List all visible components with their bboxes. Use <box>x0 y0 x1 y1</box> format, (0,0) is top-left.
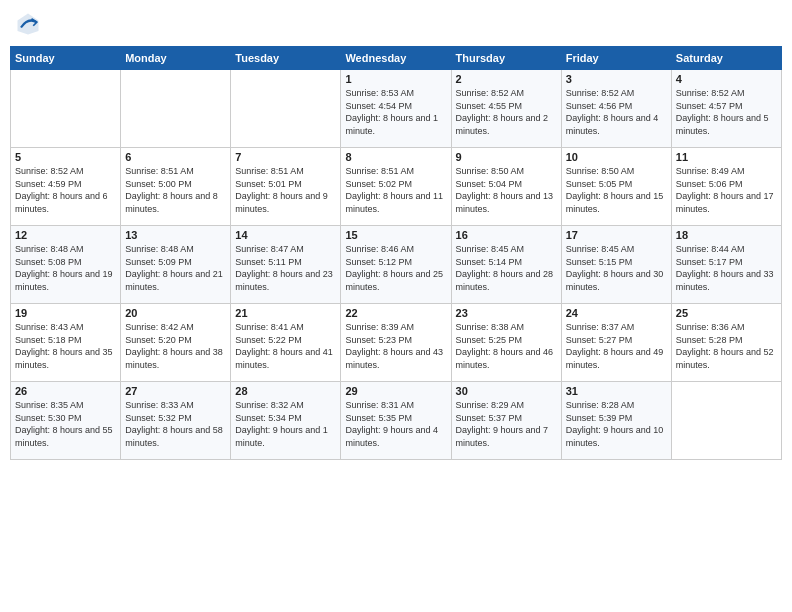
calendar-cell: 31Sunrise: 8:28 AM Sunset: 5:39 PM Dayli… <box>561 382 671 460</box>
calendar-cell: 19Sunrise: 8:43 AM Sunset: 5:18 PM Dayli… <box>11 304 121 382</box>
weekday-header-wednesday: Wednesday <box>341 47 451 70</box>
calendar-cell: 23Sunrise: 8:38 AM Sunset: 5:25 PM Dayli… <box>451 304 561 382</box>
calendar-cell: 1Sunrise: 8:53 AM Sunset: 4:54 PM Daylig… <box>341 70 451 148</box>
day-number: 3 <box>566 73 667 85</box>
header <box>10 10 782 38</box>
cell-text: Sunrise: 8:35 AM Sunset: 5:30 PM Dayligh… <box>15 399 116 449</box>
calendar-cell: 11Sunrise: 8:49 AM Sunset: 5:06 PM Dayli… <box>671 148 781 226</box>
calendar-cell: 29Sunrise: 8:31 AM Sunset: 5:35 PM Dayli… <box>341 382 451 460</box>
calendar-cell <box>11 70 121 148</box>
day-number: 5 <box>15 151 116 163</box>
calendar-cell: 28Sunrise: 8:32 AM Sunset: 5:34 PM Dayli… <box>231 382 341 460</box>
day-number: 2 <box>456 73 557 85</box>
cell-text: Sunrise: 8:45 AM Sunset: 5:14 PM Dayligh… <box>456 243 557 293</box>
cell-text: Sunrise: 8:50 AM Sunset: 5:04 PM Dayligh… <box>456 165 557 215</box>
cell-text: Sunrise: 8:29 AM Sunset: 5:37 PM Dayligh… <box>456 399 557 449</box>
cell-text: Sunrise: 8:48 AM Sunset: 5:08 PM Dayligh… <box>15 243 116 293</box>
day-number: 26 <box>15 385 116 397</box>
day-number: 7 <box>235 151 336 163</box>
cell-text: Sunrise: 8:51 AM Sunset: 5:01 PM Dayligh… <box>235 165 336 215</box>
weekday-header-friday: Friday <box>561 47 671 70</box>
day-number: 13 <box>125 229 226 241</box>
calendar-cell: 25Sunrise: 8:36 AM Sunset: 5:28 PM Dayli… <box>671 304 781 382</box>
cell-text: Sunrise: 8:37 AM Sunset: 5:27 PM Dayligh… <box>566 321 667 371</box>
day-number: 28 <box>235 385 336 397</box>
weekday-header-sunday: Sunday <box>11 47 121 70</box>
calendar-cell: 20Sunrise: 8:42 AM Sunset: 5:20 PM Dayli… <box>121 304 231 382</box>
cell-text: Sunrise: 8:47 AM Sunset: 5:11 PM Dayligh… <box>235 243 336 293</box>
cell-text: Sunrise: 8:36 AM Sunset: 5:28 PM Dayligh… <box>676 321 777 371</box>
calendar-cell: 9Sunrise: 8:50 AM Sunset: 5:04 PM Daylig… <box>451 148 561 226</box>
calendar-cell: 6Sunrise: 8:51 AM Sunset: 5:00 PM Daylig… <box>121 148 231 226</box>
day-number: 11 <box>676 151 777 163</box>
calendar-cell: 2Sunrise: 8:52 AM Sunset: 4:55 PM Daylig… <box>451 70 561 148</box>
weekday-header-row: SundayMondayTuesdayWednesdayThursdayFrid… <box>11 47 782 70</box>
cell-text: Sunrise: 8:53 AM Sunset: 4:54 PM Dayligh… <box>345 87 446 137</box>
cell-text: Sunrise: 8:46 AM Sunset: 5:12 PM Dayligh… <box>345 243 446 293</box>
calendar-cell: 13Sunrise: 8:48 AM Sunset: 5:09 PM Dayli… <box>121 226 231 304</box>
calendar-cell: 4Sunrise: 8:52 AM Sunset: 4:57 PM Daylig… <box>671 70 781 148</box>
calendar-cell: 14Sunrise: 8:47 AM Sunset: 5:11 PM Dayli… <box>231 226 341 304</box>
calendar-week-3: 12Sunrise: 8:48 AM Sunset: 5:08 PM Dayli… <box>11 226 782 304</box>
logo-icon <box>14 10 42 38</box>
calendar-cell: 27Sunrise: 8:33 AM Sunset: 5:32 PM Dayli… <box>121 382 231 460</box>
day-number: 12 <box>15 229 116 241</box>
day-number: 19 <box>15 307 116 319</box>
day-number: 22 <box>345 307 446 319</box>
day-number: 24 <box>566 307 667 319</box>
day-number: 15 <box>345 229 446 241</box>
weekday-header-monday: Monday <box>121 47 231 70</box>
day-number: 23 <box>456 307 557 319</box>
cell-text: Sunrise: 8:51 AM Sunset: 5:02 PM Dayligh… <box>345 165 446 215</box>
day-number: 9 <box>456 151 557 163</box>
calendar-cell: 17Sunrise: 8:45 AM Sunset: 5:15 PM Dayli… <box>561 226 671 304</box>
day-number: 18 <box>676 229 777 241</box>
cell-text: Sunrise: 8:31 AM Sunset: 5:35 PM Dayligh… <box>345 399 446 449</box>
cell-text: Sunrise: 8:41 AM Sunset: 5:22 PM Dayligh… <box>235 321 336 371</box>
calendar-cell: 24Sunrise: 8:37 AM Sunset: 5:27 PM Dayli… <box>561 304 671 382</box>
cell-text: Sunrise: 8:48 AM Sunset: 5:09 PM Dayligh… <box>125 243 226 293</box>
calendar-cell: 7Sunrise: 8:51 AM Sunset: 5:01 PM Daylig… <box>231 148 341 226</box>
calendar-cell: 30Sunrise: 8:29 AM Sunset: 5:37 PM Dayli… <box>451 382 561 460</box>
calendar-table: SundayMondayTuesdayWednesdayThursdayFrid… <box>10 46 782 460</box>
calendar-cell: 21Sunrise: 8:41 AM Sunset: 5:22 PM Dayli… <box>231 304 341 382</box>
day-number: 16 <box>456 229 557 241</box>
cell-text: Sunrise: 8:50 AM Sunset: 5:05 PM Dayligh… <box>566 165 667 215</box>
cell-text: Sunrise: 8:49 AM Sunset: 5:06 PM Dayligh… <box>676 165 777 215</box>
cell-text: Sunrise: 8:52 AM Sunset: 4:55 PM Dayligh… <box>456 87 557 137</box>
calendar-cell: 5Sunrise: 8:52 AM Sunset: 4:59 PM Daylig… <box>11 148 121 226</box>
calendar-cell: 10Sunrise: 8:50 AM Sunset: 5:05 PM Dayli… <box>561 148 671 226</box>
cell-text: Sunrise: 8:33 AM Sunset: 5:32 PM Dayligh… <box>125 399 226 449</box>
calendar-week-4: 19Sunrise: 8:43 AM Sunset: 5:18 PM Dayli… <box>11 304 782 382</box>
page: SundayMondayTuesdayWednesdayThursdayFrid… <box>0 0 792 612</box>
calendar-week-1: 1Sunrise: 8:53 AM Sunset: 4:54 PM Daylig… <box>11 70 782 148</box>
day-number: 4 <box>676 73 777 85</box>
weekday-header-saturday: Saturday <box>671 47 781 70</box>
day-number: 20 <box>125 307 226 319</box>
cell-text: Sunrise: 8:43 AM Sunset: 5:18 PM Dayligh… <box>15 321 116 371</box>
calendar-cell: 15Sunrise: 8:46 AM Sunset: 5:12 PM Dayli… <box>341 226 451 304</box>
day-number: 1 <box>345 73 446 85</box>
cell-text: Sunrise: 8:28 AM Sunset: 5:39 PM Dayligh… <box>566 399 667 449</box>
cell-text: Sunrise: 8:42 AM Sunset: 5:20 PM Dayligh… <box>125 321 226 371</box>
day-number: 21 <box>235 307 336 319</box>
calendar-cell: 22Sunrise: 8:39 AM Sunset: 5:23 PM Dayli… <box>341 304 451 382</box>
cell-text: Sunrise: 8:52 AM Sunset: 4:56 PM Dayligh… <box>566 87 667 137</box>
day-number: 29 <box>345 385 446 397</box>
cell-text: Sunrise: 8:52 AM Sunset: 4:57 PM Dayligh… <box>676 87 777 137</box>
logo <box>14 10 46 38</box>
calendar-cell <box>121 70 231 148</box>
cell-text: Sunrise: 8:39 AM Sunset: 5:23 PM Dayligh… <box>345 321 446 371</box>
day-number: 25 <box>676 307 777 319</box>
day-number: 10 <box>566 151 667 163</box>
cell-text: Sunrise: 8:45 AM Sunset: 5:15 PM Dayligh… <box>566 243 667 293</box>
day-number: 30 <box>456 385 557 397</box>
cell-text: Sunrise: 8:32 AM Sunset: 5:34 PM Dayligh… <box>235 399 336 449</box>
calendar-cell: 8Sunrise: 8:51 AM Sunset: 5:02 PM Daylig… <box>341 148 451 226</box>
weekday-header-tuesday: Tuesday <box>231 47 341 70</box>
day-number: 31 <box>566 385 667 397</box>
calendar-cell: 12Sunrise: 8:48 AM Sunset: 5:08 PM Dayli… <box>11 226 121 304</box>
calendar-cell: 3Sunrise: 8:52 AM Sunset: 4:56 PM Daylig… <box>561 70 671 148</box>
day-number: 6 <box>125 151 226 163</box>
cell-text: Sunrise: 8:38 AM Sunset: 5:25 PM Dayligh… <box>456 321 557 371</box>
